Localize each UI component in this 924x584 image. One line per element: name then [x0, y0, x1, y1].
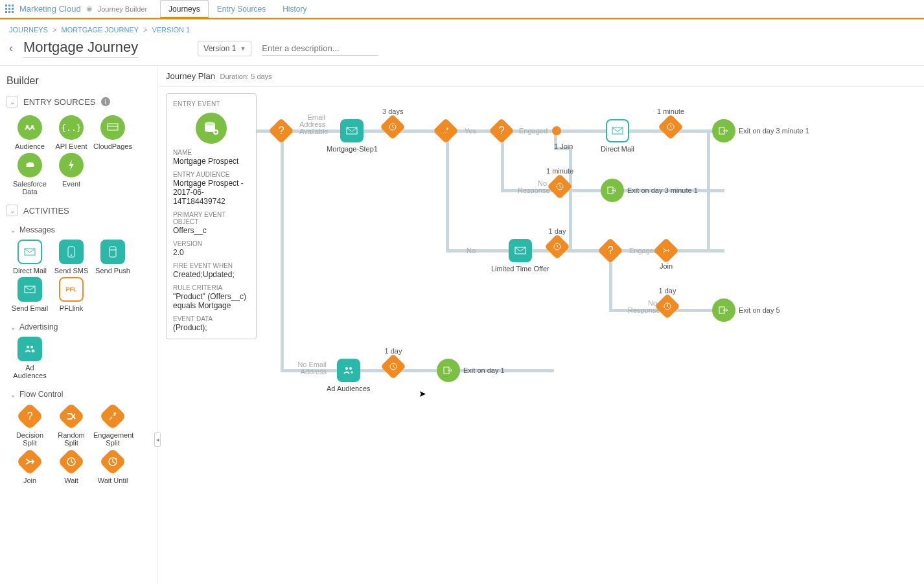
- palette-send-push[interactable]: Send Push: [93, 240, 132, 275]
- version-dropdown-label: Version 1: [203, 44, 236, 53]
- exit-label-3: Exit on day 5: [739, 306, 780, 314]
- node-wait-3days[interactable]: 3 days: [382, 107, 403, 139]
- palette-ad-audiences[interactable]: Ad Audiences: [10, 337, 49, 379]
- edge-label-no: No: [467, 247, 476, 254]
- top-nav: Marketing Cloud ◉ Journey Builder Journe…: [0, 0, 924, 18]
- exit-label-2: Exit on day 3 minute 1: [627, 186, 698, 194]
- connector: [446, 129, 449, 252]
- svg-point-0: [26, 125, 29, 128]
- node-ad-audiences[interactable]: Ad Audiences: [327, 359, 370, 392]
- edge-label-yes: Yes: [465, 127, 476, 135]
- subsection-flow-control-header[interactable]: ⌄Flow Control: [5, 386, 152, 401]
- plan-label: Journey Plan: [166, 71, 215, 81]
- node-direct-mail[interactable]: Direct Mail: [601, 119, 634, 153]
- node-wait-1min[interactable]: 1 minute: [657, 107, 684, 139]
- node-wait-1min-b[interactable]: 1 minute: [546, 167, 573, 198]
- title-row: ‹ Mortgage Journey Version 1 ▼: [0, 36, 924, 65]
- palette-send-sms[interactable]: Send SMS: [52, 240, 91, 275]
- tab-journeys[interactable]: Journeys: [160, 0, 209, 18]
- svg-point-18: [205, 122, 215, 126]
- edge-label-engaged-2: Engaged: [629, 247, 658, 254]
- palette-cloudpages[interactable]: CloudPages: [93, 115, 132, 150]
- palette-event[interactable]: Event: [52, 153, 91, 196]
- tab-entry-sources[interactable]: Entry Sources: [209, 0, 274, 18]
- crumb-version[interactable]: VERSION 1: [152, 26, 190, 34]
- svg-point-33: [345, 367, 348, 370]
- section-activities-header[interactable]: ⌄ ACTIVITIES: [5, 202, 152, 221]
- connector: [446, 249, 724, 253]
- node-decision-split-3[interactable]: ?: [601, 239, 619, 262]
- subsection-advertising-header[interactable]: ⌄Advertising: [5, 319, 152, 334]
- svg-point-10: [27, 346, 29, 348]
- connector: [707, 129, 710, 252]
- palette-pfllink[interactable]: PFLPFLlink: [52, 277, 91, 312]
- entry-sources-grid: Audience {..}API Event CloudPages Salesf…: [5, 113, 152, 202]
- crumb-journeys[interactable]: JOURNEYS: [9, 26, 48, 34]
- connector: [569, 147, 572, 249]
- tab-history[interactable]: History: [274, 0, 315, 18]
- palette-random-split[interactable]: Random Split: [52, 404, 91, 447]
- palette-decision-split[interactable]: ?Decision Split: [10, 404, 49, 447]
- chevron-down-icon: ⌄: [6, 205, 18, 216]
- node-mini[interactable]: [552, 126, 561, 135]
- app-launcher-icon[interactable]: [5, 5, 14, 14]
- builder-sidebar: Builder ⌄ ENTRY SOURCES i Audience {..}A…: [0, 66, 158, 584]
- info-icon[interactable]: i: [101, 97, 110, 106]
- palette-direct-mail[interactable]: Direct Mail: [10, 240, 49, 275]
- palette-salesforce-data[interactable]: Salesforce Data: [10, 153, 49, 196]
- edge-label-email-available: Email Address Available: [299, 114, 325, 135]
- advertising-grid: Ad Audiences: [5, 334, 152, 386]
- svg-point-34: [349, 367, 352, 370]
- svg-rect-7: [110, 247, 116, 257]
- entry-event-card[interactable]: ENTRY EVENT NAME Mortgage Prospect ENTRY…: [166, 93, 257, 339]
- node-exit-3[interactable]: [712, 298, 735, 322]
- palette-wait-until[interactable]: Wait Until: [93, 449, 132, 484]
- node-exit-4[interactable]: [437, 359, 460, 382]
- section-label: ENTRY SOURCES: [23, 97, 96, 107]
- node-decision-split-2[interactable]: ?: [492, 119, 511, 142]
- chevron-down-icon: ▼: [240, 45, 246, 52]
- chevron-down-icon: ⌄: [6, 96, 18, 107]
- database-icon: [196, 113, 227, 144]
- brand-subtitle: Journey Builder: [98, 5, 147, 13]
- section-entry-sources-header[interactable]: ⌄ ENTRY SOURCES i: [5, 93, 152, 113]
- version-dropdown[interactable]: Version 1 ▼: [198, 41, 251, 56]
- brand-sep-icon: ◉: [86, 5, 93, 13]
- palette-join[interactable]: Join: [10, 449, 49, 484]
- edge-label-no-response: No Response: [518, 180, 547, 194]
- node-wait-1day-b[interactable]: 1 day: [658, 287, 676, 318]
- node-limited-time-offer[interactable]: Limited Time Offer: [491, 239, 549, 273]
- palette-wait[interactable]: Wait: [52, 449, 91, 484]
- node-exit-2[interactable]: [601, 179, 624, 202]
- exit-label-4: Exit on day 1: [463, 366, 505, 374]
- svg-rect-2: [108, 124, 118, 130]
- canvas-header: Journey Plan Duration: 5 days: [158, 66, 924, 87]
- svg-point-6: [71, 254, 72, 256]
- edge-label-no-email: No Email Address: [297, 361, 327, 376]
- back-button[interactable]: ‹: [9, 41, 13, 55]
- node-mortgage-step1[interactable]: Mortgage-Step1: [327, 119, 378, 153]
- subsection-messages-header[interactable]: ⌄Messages: [5, 221, 152, 237]
- section-label: ACTIVITIES: [23, 206, 69, 216]
- palette-engagement-split[interactable]: Engagement Split: [93, 404, 132, 447]
- edge-label-1join: 1 Join: [554, 142, 573, 150]
- description-input[interactable]: [262, 41, 378, 56]
- palette-send-email[interactable]: Send Email: [10, 277, 49, 312]
- crumb-mortgage-journey[interactable]: MORTGAGE JOURNEY: [61, 26, 138, 34]
- palette-api-event[interactable]: {..}API Event: [52, 115, 91, 150]
- node-wait-1day-a[interactable]: 1 day: [548, 227, 566, 258]
- node-exit-1[interactable]: [712, 119, 735, 142]
- node-wait-1day-c[interactable]: 1 day: [384, 347, 402, 378]
- svg-point-1: [31, 125, 34, 128]
- cursor-icon: ➤: [419, 388, 426, 399]
- brand-title: Marketing Cloud: [19, 4, 81, 14]
- node-decision-split[interactable]: ?: [272, 119, 290, 142]
- top-tabs: Journeys Entry Sources History: [160, 0, 315, 18]
- edge-label-engaged: Engaged: [519, 127, 548, 135]
- page-title: Mortgage Journey: [23, 39, 138, 58]
- breadcrumb: JOURNEYS > MORTGAGE JOURNEY > VERSION 1: [0, 19, 924, 36]
- journey-canvas[interactable]: ENTRY EVENT NAME Mortgage Prospect ENTRY…: [158, 87, 924, 584]
- palette-audience[interactable]: Audience: [10, 115, 49, 150]
- node-join[interactable]: Join: [657, 239, 675, 270]
- node-engagement-split[interactable]: [437, 119, 455, 142]
